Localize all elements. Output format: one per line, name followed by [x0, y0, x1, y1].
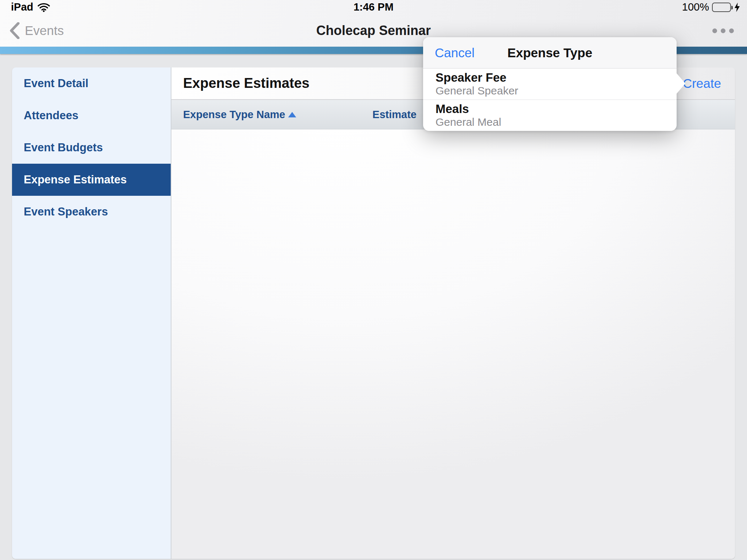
sidebar-item-expense-estimates[interactable]: Expense Estimates — [12, 164, 171, 196]
sidebar-item-attendees[interactable]: Attendees — [12, 100, 171, 132]
charging-bolt-icon — [734, 2, 740, 12]
sidebar-item-event-speakers[interactable]: Event Speakers — [12, 196, 171, 228]
sidebar: Event Detail Attendees Event Budgets Exp… — [12, 67, 171, 559]
ipad-screen: iPad 1:46 PM 100% — [0, 0, 747, 560]
status-right: 100% — [682, 1, 740, 13]
popover-arrow — [676, 73, 685, 94]
cancel-button[interactable]: Cancel — [435, 46, 475, 60]
sort-ascending-icon — [288, 112, 296, 117]
column-header-expense-type-name[interactable]: Expense Type Name — [171, 109, 329, 121]
main-panel: Expense Estimates Create Expense Type Na… — [171, 67, 735, 559]
popover-header: Expense Type Cancel — [423, 37, 677, 69]
sidebar-item-label: Attendees — [24, 109, 78, 122]
battery-icon — [712, 3, 731, 12]
table-body-empty — [171, 129, 735, 559]
sidebar-item-event-detail[interactable]: Event Detail — [12, 67, 171, 100]
option-title: Speaker Fee — [436, 71, 677, 85]
sidebar-item-label: Event Speakers — [24, 205, 108, 218]
status-bar: iPad 1:46 PM 100% — [0, 0, 747, 15]
ellipsis-icon — [712, 28, 717, 33]
create-button[interactable]: Create — [683, 76, 735, 91]
column-label: Expense Type Name — [183, 109, 285, 121]
column-header-estimate[interactable]: Estimate — [329, 109, 417, 121]
section-title: Expense Estimates — [171, 75, 309, 91]
battery-percent-label: 100% — [682, 1, 709, 13]
option-title: Meals — [436, 102, 677, 116]
option-speaker-fee[interactable]: Speaker Fee General Speaker — [423, 69, 677, 100]
option-meals[interactable]: Meals General Meal — [423, 100, 677, 131]
expense-type-popover: Expense Type Cancel Speaker Fee General … — [423, 37, 677, 131]
option-subtitle: General Meal — [436, 116, 677, 129]
option-subtitle: General Speaker — [436, 85, 677, 97]
more-options-button[interactable] — [712, 15, 734, 47]
sidebar-item-label: Event Detail — [24, 77, 88, 90]
sidebar-item-label: Event Budgets — [24, 141, 103, 154]
content-card: Event Detail Attendees Event Budgets Exp… — [12, 67, 735, 559]
sidebar-item-label: Expense Estimates — [24, 173, 127, 186]
sidebar-item-event-budgets[interactable]: Event Budgets — [12, 132, 171, 164]
status-time: 1:46 PM — [0, 1, 747, 13]
